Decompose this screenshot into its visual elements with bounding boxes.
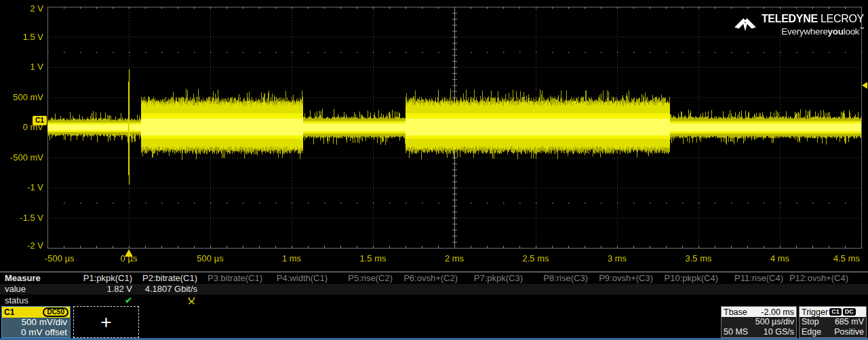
x-axis-label: 3.5 ms [665, 254, 732, 263]
trigger-mode: Stop [802, 317, 819, 327]
x-axis-label: 2 ms [420, 254, 488, 263]
measure-column-p2[interactable]: P2:bitrate(C1) [132, 273, 197, 284]
channel-c1-header[interactable]: C1 DC50 [2, 307, 70, 318]
channel-c1-box[interactable]: C1 DC50 500 mV/div 0 mV offset [1, 306, 71, 338]
timebase-delay: -2.00 ms [761, 307, 794, 317]
measure-header-row: Measure P1:pkpk(C1) P2:bitrate(C1) P3:bi… [0, 273, 868, 284]
measure-column-p6[interactable]: P6:ovsh+(C2) [393, 273, 458, 284]
measure-status-row: status ✔ [0, 295, 868, 305]
x-axis-label: 2.5 ms [502, 254, 570, 263]
measure-column-p1[interactable]: P1:pkpk(C1) [67, 273, 132, 284]
measure-title: Measure [0, 273, 67, 284]
add-channel-box[interactable]: + [73, 306, 139, 338]
measure-column-p7[interactable]: P7:pkpk(C3) [458, 273, 523, 284]
measure-value-p1: 1.82 V [67, 284, 132, 295]
timebase-header: Tbase -2.00 ms [722, 307, 796, 317]
timebase-box[interactable]: Tbase -2.00 ms 500 µs/div 50 MS 10 GS/s [721, 306, 797, 338]
trigger-label: Trigger [802, 307, 828, 317]
x-axis-label: 3 ms [583, 254, 651, 263]
measure-column-p5[interactable]: P5:rise(C2) [328, 273, 393, 284]
measure-value-label: value [0, 284, 67, 295]
plus-icon: + [100, 313, 111, 332]
measure-value-row: value 1.82 V 4.1807 Gbit/s [0, 284, 868, 295]
y-axis-label: -500 mV [0, 153, 43, 163]
timebase-samples: 50 MS [724, 327, 748, 337]
y-axis-label: 1.5 V [0, 33, 43, 42]
coupling-badge[interactable]: DC50 [43, 307, 68, 317]
measure-column-p8[interactable]: P8:rise(C3) [523, 273, 588, 284]
trigger-type: Edge [802, 327, 821, 337]
channel-zero-marker[interactable]: C1 [33, 116, 47, 125]
timebase-label: Tbase [724, 307, 747, 317]
measure-column-p3[interactable]: P3:bitrate(C1) [197, 273, 262, 284]
timebase-rate: 10 GS/s [764, 327, 794, 337]
y-axis-label: -1.5 V [0, 213, 43, 223]
teledyne-logo-icon [734, 14, 757, 35]
measure-status-label: status [0, 295, 67, 305]
trigger-coupling-badge: DC [843, 308, 856, 316]
trigger-slope: Positive [834, 327, 864, 337]
x-axis-label: 4.5 ms [792, 254, 860, 263]
measure-column-p9[interactable]: P9:ovsh+(C3) [588, 273, 653, 284]
y-axis-label: 1 V [0, 62, 43, 72]
trigger-level-marker[interactable] [862, 82, 867, 89]
x-axis-label: 1 ms [258, 254, 326, 263]
trigger-header: Trigger C1 DC [800, 307, 866, 317]
status-armed-icon [187, 297, 196, 305]
status-ok-icon: ✔ [125, 295, 132, 305]
trigger-source-badge: C1 [829, 308, 842, 316]
brand-name: TELEDYNE LECROY [762, 13, 864, 24]
brand-tagline: Everywhereyoulook™ [781, 24, 864, 37]
x-axis-label: 1.5 ms [339, 254, 407, 263]
measure-column-p11[interactable]: P11:rise(C4) [718, 273, 783, 284]
trigger-level: 685 mV [835, 317, 864, 327]
measure-column-p10[interactable]: P10:pkpk(C4) [653, 273, 718, 284]
trigger-time-marker[interactable] [125, 249, 133, 257]
channel-offset: 0 mV offset [2, 328, 70, 338]
waveform-display[interactable] [0, 0, 868, 271]
channel-scale: 500 mV/div [2, 318, 70, 328]
brand-logo: TELEDYNE LECROY Everywhereyoulook™ [734, 9, 864, 40]
y-axis-label: -1 V [0, 183, 43, 192]
y-axis-label: -2 V [0, 241, 43, 251]
channel-name: C1 [4, 307, 14, 317]
measure-column-p4[interactable]: P4:width(C1) [262, 273, 328, 284]
measure-column-p12[interactable]: P12:ovsh+(C4) [783, 273, 848, 284]
timebase-scale: 500 µs/div [755, 317, 794, 327]
trigger-box[interactable]: Trigger C1 DC Stop 685 mV Edge Positive [799, 306, 867, 338]
x-axis-label: 500 µs [176, 254, 244, 263]
measure-separator [0, 272, 868, 272]
measure-value-p2: 4.1807 Gbit/s [132, 284, 197, 295]
y-axis-label: 2 V [0, 4, 43, 14]
oscilloscope-screen: 2 V 1.5 V 1 V 500 mV 0 mV -500 mV -1 V -… [0, 0, 868, 340]
y-axis-label: 500 mV [0, 93, 43, 102]
